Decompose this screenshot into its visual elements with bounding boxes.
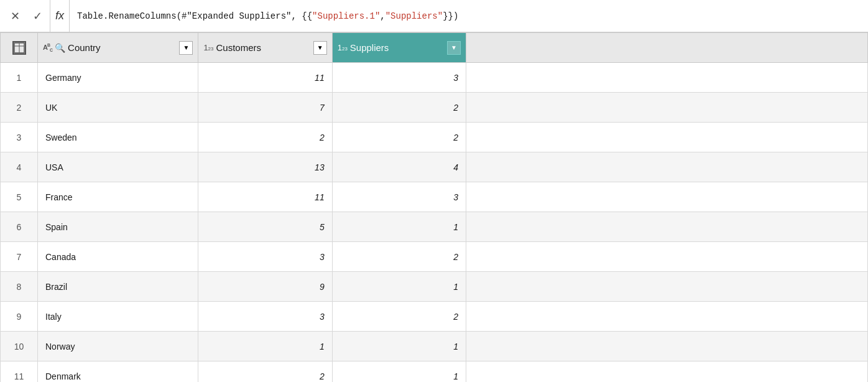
cell-country: Norway: [38, 332, 198, 361]
cell-country: UK: [38, 93, 198, 123]
row-index: 3: [1, 123, 38, 152]
cell-suppliers: 2: [332, 93, 466, 123]
data-table: ABC 🔍 Country ▼ 123 Customers ▼ 123: [0, 32, 868, 382]
cancel-button[interactable]: ✕: [5, 6, 25, 26]
formula-part-2: "Suppliers.1": [312, 11, 380, 21]
cell-customers: 7: [198, 93, 332, 123]
cell-customers: 3: [198, 242, 332, 272]
cell-suppliers: 1: [332, 332, 466, 361]
cell-empty: [466, 272, 868, 302]
cell-suppliers: 1: [332, 212, 466, 242]
cell-empty: [466, 63, 868, 93]
cell-customers: 11: [198, 182, 332, 212]
cell-customers: 3: [198, 302, 332, 332]
column-label-suppliers: Suppliers: [350, 42, 389, 53]
header-row: ABC 🔍 Country ▼ 123 Customers ▼ 123: [1, 33, 868, 63]
formula-part-4: "Suppliers": [386, 11, 443, 21]
cell-customers: 9: [198, 272, 332, 302]
cell-customers: 2: [198, 123, 332, 152]
formula-part-3: ,: [380, 11, 385, 21]
table-icon: [12, 41, 26, 55]
cell-empty: [466, 152, 868, 182]
table-row: 10Norway11: [1, 332, 868, 361]
cell-country: Italy: [38, 302, 198, 332]
row-index: 7: [1, 242, 38, 272]
table-row: 4USA134: [1, 152, 868, 182]
table-body: 1Germany1132UK723Sweden224USA1345France1…: [1, 63, 868, 383]
formula-text: Table.RenameColumns(#"Expanded Suppliers…: [72, 11, 863, 21]
row-index: 1: [1, 63, 38, 93]
cell-suppliers: 3: [332, 63, 466, 93]
table-container: ABC 🔍 Country ▼ 123 Customers ▼ 123: [0, 32, 868, 382]
cell-empty: [466, 123, 868, 152]
column-header-customers: 123 Customers ▼: [198, 33, 332, 63]
customers-dropdown-btn[interactable]: ▼: [313, 41, 327, 55]
cell-empty: [466, 242, 868, 272]
cell-country: Canada: [38, 242, 198, 272]
row-index: 9: [1, 302, 38, 332]
text-type-icon: ABC: [43, 43, 52, 52]
cell-customers: 11: [198, 63, 332, 93]
cell-customers: 2: [198, 361, 332, 383]
suppliers-dropdown-btn[interactable]: ▼: [447, 41, 461, 55]
row-index: 10: [1, 332, 38, 361]
row-index: 2: [1, 93, 38, 123]
country-dropdown-btn[interactable]: ▼: [179, 41, 193, 55]
index-header: [1, 33, 38, 63]
cell-country: Germany: [38, 63, 198, 93]
column-label-country: Country: [68, 42, 101, 53]
row-index: 6: [1, 212, 38, 242]
cell-suppliers: 2: [332, 123, 466, 152]
column-header-country: ABC 🔍 Country ▼: [38, 33, 198, 63]
cell-suppliers: 1: [332, 361, 466, 383]
formula-part-5: }}): [443, 11, 458, 21]
number-type-icon-customers: 123: [203, 43, 213, 52]
cell-empty: [466, 332, 868, 361]
cell-suppliers: 2: [332, 302, 466, 332]
search-icon: 🔍: [55, 43, 65, 53]
number-type-icon-suppliers: 123: [338, 43, 348, 52]
cell-empty: [466, 93, 868, 123]
cell-country: Spain: [38, 212, 198, 242]
cell-empty: [466, 182, 868, 212]
cell-suppliers: 1: [332, 272, 466, 302]
column-header-suppliers: 123 Suppliers ▼: [332, 33, 466, 63]
empty-header: [466, 33, 868, 63]
cell-country: USA: [38, 152, 198, 182]
cell-country: Sweden: [38, 123, 198, 152]
fx-label: fx: [50, 0, 70, 32]
cell-customers: 13: [198, 152, 332, 182]
cell-country: Brazil: [38, 272, 198, 302]
table-row: 1Germany113: [1, 63, 868, 93]
table-row: 8Brazil91: [1, 272, 868, 302]
cell-country: France: [38, 182, 198, 212]
cell-suppliers: 3: [332, 182, 466, 212]
formula-bar: ✕ ✓ fx Table.RenameColumns(#"Expanded Su…: [0, 0, 868, 32]
cell-empty: [466, 212, 868, 242]
table-row: 5France113: [1, 182, 868, 212]
table-row: 9Italy32: [1, 302, 868, 332]
cell-country: Denmark: [38, 361, 198, 383]
column-label-customers: Customers: [216, 42, 262, 53]
cell-empty: [466, 361, 868, 383]
table-row: 6Spain51: [1, 212, 868, 242]
row-index: 4: [1, 152, 38, 182]
cell-suppliers: 2: [332, 242, 466, 272]
cell-customers: 5: [198, 212, 332, 242]
table-row: 3Sweden22: [1, 123, 868, 152]
table-row: 11Denmark21: [1, 361, 868, 383]
row-index: 11: [1, 361, 38, 383]
cell-suppliers: 4: [332, 152, 466, 182]
table-row: 2UK72: [1, 93, 868, 123]
cell-customers: 1: [198, 332, 332, 361]
cell-empty: [466, 302, 868, 332]
row-index: 8: [1, 272, 38, 302]
formula-part-1: Table.RenameColumns(#"Expanded Suppliers…: [77, 11, 312, 21]
row-index: 5: [1, 182, 38, 212]
confirm-button[interactable]: ✓: [27, 6, 47, 26]
table-row: 7Canada32: [1, 242, 868, 272]
